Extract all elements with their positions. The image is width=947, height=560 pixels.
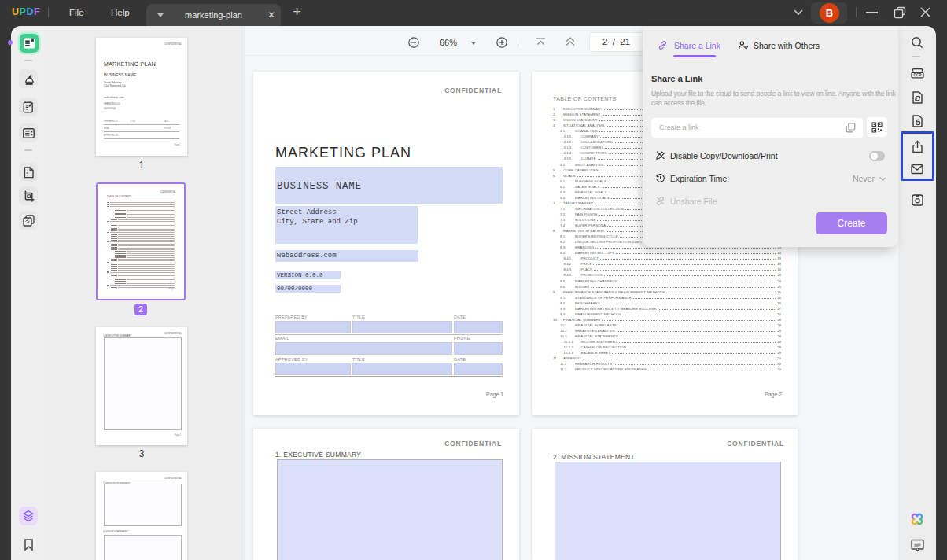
svg-text:OCR: OCR bbox=[913, 73, 922, 77]
